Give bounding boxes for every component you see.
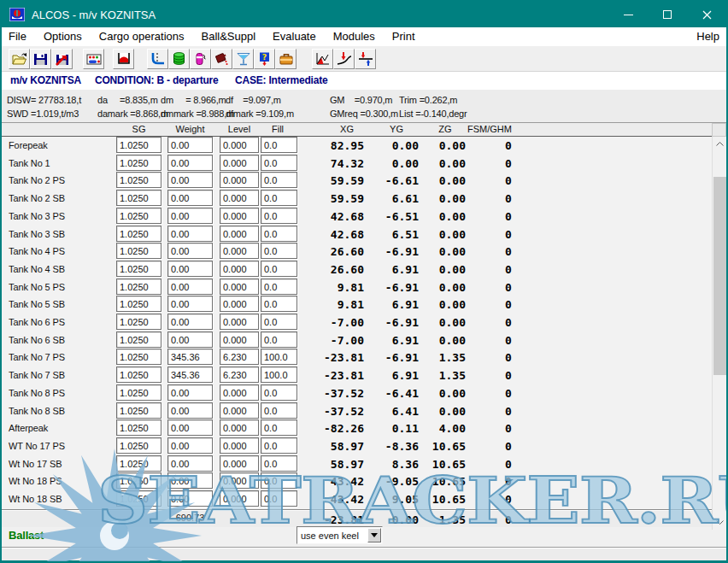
menu-item-options[interactable]: Options: [35, 27, 91, 46]
sg-input[interactable]: [116, 226, 161, 242]
level-input[interactable]: [220, 472, 259, 489]
sg-input[interactable]: [116, 172, 161, 188]
scroll-up-button[interactable]: [713, 137, 727, 151]
tank-tables-button[interactable]: [83, 49, 104, 69]
fill-input[interactable]: [261, 190, 297, 206]
level-input[interactable]: [220, 384, 259, 401]
stability-glass-button[interactable]: [232, 49, 254, 69]
weight-input[interactable]: [167, 226, 213, 242]
weight-input[interactable]: [167, 349, 213, 365]
sg-input[interactable]: [116, 331, 161, 348]
level-input[interactable]: [220, 261, 259, 277]
sg-input[interactable]: [116, 208, 161, 224]
level-input[interactable]: [220, 419, 259, 436]
weight-input[interactable]: [167, 490, 213, 507]
strength-graph-button[interactable]: [312, 49, 333, 69]
menu-item-ball-suppl[interactable]: Ball&Suppl: [193, 27, 265, 46]
save-as-button[interactable]: [51, 49, 73, 69]
toolbox-button[interactable]: [275, 49, 296, 69]
weight-input[interactable]: [167, 208, 213, 224]
fill-input[interactable]: [261, 137, 297, 153]
menu-item-evaluate[interactable]: Evaluate: [264, 27, 325, 46]
level-input[interactable]: [220, 243, 259, 259]
level-input[interactable]: [220, 172, 259, 188]
fill-input[interactable]: [261, 490, 297, 507]
fill-input[interactable]: [261, 172, 297, 188]
ballast-drum-button[interactable]: [168, 49, 190, 69]
level-input[interactable]: [220, 367, 259, 383]
sg-input[interactable]: [116, 261, 161, 277]
sg-input[interactable]: [116, 402, 161, 419]
minimize-button[interactable]: [608, 2, 648, 27]
weight-input[interactable]: [167, 402, 213, 419]
weight-input[interactable]: [167, 296, 213, 312]
sg-input[interactable]: [116, 243, 161, 259]
scrollbar-thumb[interactable]: [713, 177, 726, 375]
fill-input[interactable]: [261, 331, 297, 348]
hull-profile-button[interactable]: [147, 49, 168, 69]
weight-input[interactable]: [167, 243, 213, 259]
fill-input[interactable]: [261, 279, 297, 295]
weight-input[interactable]: [167, 137, 213, 153]
weight-input[interactable]: [167, 190, 213, 206]
weight-input[interactable]: [167, 455, 213, 472]
weight-input[interactable]: [167, 279, 213, 295]
fill-input[interactable]: [261, 243, 297, 259]
sg-input[interactable]: [116, 455, 161, 472]
fill-input[interactable]: [261, 208, 297, 224]
weight-input[interactable]: [167, 384, 213, 401]
level-input[interactable]: [220, 190, 259, 206]
cargo-section-button[interactable]: [113, 49, 134, 69]
level-input[interactable]: [220, 437, 259, 454]
level-input[interactable]: [220, 137, 259, 153]
sg-input[interactable]: [116, 349, 161, 365]
fill-input[interactable]: [261, 472, 297, 489]
level-input[interactable]: [220, 402, 259, 419]
sg-input[interactable]: [116, 490, 161, 507]
pour-consumables-button[interactable]: [211, 49, 232, 69]
sg-input[interactable]: [116, 137, 161, 153]
weight-input[interactable]: [167, 172, 213, 188]
menu-item-modules[interactable]: Modules: [325, 27, 384, 46]
level-input[interactable]: [220, 155, 259, 171]
query-button[interactable]: ?: [254, 49, 275, 69]
fill-input[interactable]: [261, 455, 297, 472]
weight-input[interactable]: [167, 314, 213, 330]
fill-input[interactable]: [261, 314, 297, 330]
level-input[interactable]: [220, 331, 259, 348]
weight-input[interactable]: [167, 472, 213, 489]
menu-item-print[interactable]: Print: [384, 27, 424, 46]
fill-input[interactable]: [261, 384, 297, 401]
weight-input[interactable]: [167, 437, 213, 454]
sg-input[interactable]: [116, 155, 161, 171]
level-input[interactable]: [220, 314, 259, 330]
sg-input[interactable]: [116, 296, 161, 312]
open-file-button[interactable]: [9, 49, 30, 69]
sg-input[interactable]: [116, 437, 161, 454]
vertical-scrollbar[interactable]: [712, 137, 726, 530]
fill-input[interactable]: [261, 226, 297, 242]
level-input[interactable]: [220, 226, 259, 242]
scroll-down-button[interactable]: [713, 515, 727, 530]
sg-input[interactable]: [116, 384, 161, 401]
sg-input[interactable]: [116, 367, 161, 383]
level-input[interactable]: [220, 208, 259, 224]
draft-check-button[interactable]: [355, 49, 376, 69]
fill-input[interactable]: [261, 419, 297, 436]
weight-input[interactable]: [167, 155, 213, 171]
weight-input[interactable]: [167, 419, 213, 436]
sg-input[interactable]: [116, 279, 161, 295]
sg-input[interactable]: [116, 472, 161, 489]
weight-input[interactable]: [167, 367, 213, 383]
level-input[interactable]: [220, 455, 259, 472]
close-button[interactable]: [687, 2, 726, 27]
supplies-flask-button[interactable]: [190, 49, 211, 69]
weight-input[interactable]: [167, 331, 213, 348]
fill-input[interactable]: [261, 296, 297, 312]
fill-input[interactable]: [261, 155, 297, 171]
level-input[interactable]: [220, 279, 259, 295]
fill-input[interactable]: [261, 402, 297, 419]
sg-input[interactable]: [116, 314, 161, 330]
weight-input[interactable]: [167, 261, 213, 277]
menu-item-cargo-operations[interactable]: Cargo operations: [91, 27, 193, 46]
